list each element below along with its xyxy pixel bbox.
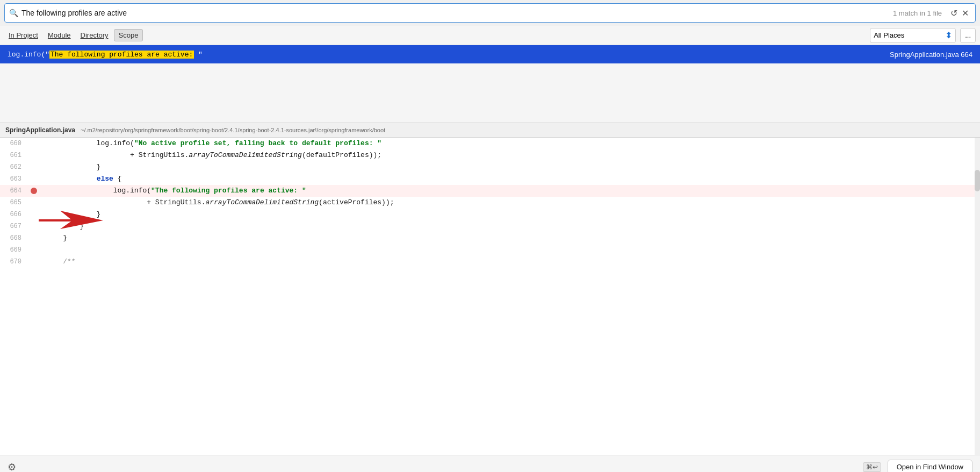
code-line-661: 661 + StringUtils.arrayToCommaDelimitedS… — [0, 149, 980, 161]
code-line-663: 663 else { — [0, 173, 980, 185]
scrollbar[interactable] — [975, 138, 980, 472]
result-prefix: log.info("The following profiles are act… — [8, 51, 203, 59]
code-content-662: } — [40, 161, 980, 173]
line-number-666: 666 — [0, 209, 28, 220]
code-line-669: 669 — [0, 244, 980, 256]
search-input[interactable]: The following profiles are active — [21, 9, 893, 17]
breakpoint-area-665 — [28, 197, 40, 209]
breakpoint-area-669 — [28, 244, 40, 256]
line-number-664: 664 — [0, 185, 28, 197]
code-content-663: else { — [40, 173, 980, 185]
code-content-667: } — [40, 220, 980, 232]
code-content-666: } — [40, 209, 980, 220]
result-preview: log.info("The following profiles are act… — [8, 51, 203, 59]
bottom-bar: ⚙ ⌘↩ Open in Find Window — [0, 455, 980, 472]
gear-icon[interactable]: ⚙ — [8, 461, 16, 473]
code-editor: 660 log.info("No active profile set, fal… — [0, 138, 980, 472]
code-line-665: 665 + StringUtils.arrayToCommaDelimitedS… — [0, 197, 980, 209]
line-number-663: 663 — [0, 173, 28, 185]
scope-dropdown[interactable]: All Places ⬍ — [870, 28, 956, 43]
code-line-660: 660 log.info("No active profile set, fal… — [0, 138, 980, 149]
code-line-666: 666 } — [0, 209, 980, 220]
match-highlight: The following profiles are active: — [49, 51, 194, 59]
bottom-bar-right: ⌘↩ Open in Find Window — [863, 460, 972, 472]
breakpoint-area-663 — [28, 173, 40, 185]
spacer-area — [0, 63, 980, 123]
line-number-662: 662 — [0, 161, 28, 173]
code-content-670: /** — [40, 256, 980, 268]
breakpoint-dot-664 — [31, 188, 37, 194]
line-number-665: 665 — [0, 197, 28, 209]
line-number-667: 667 — [0, 220, 28, 232]
shortcut-hint: ⌘↩ — [863, 462, 881, 472]
code-line-668: 668 } — [0, 232, 980, 244]
breakpoint-area-666 — [28, 209, 40, 220]
shortcut-key: ⌘↩ — [863, 462, 881, 472]
scope-dropdown-value: All Places — [874, 31, 942, 39]
file-path-label: ~/.m2/repository/org/springframework/boo… — [81, 127, 385, 133]
open-find-window-button[interactable]: Open in Find Window — [888, 460, 972, 472]
line-number-660: 660 — [0, 138, 28, 149]
scrollbar-thumb[interactable] — [975, 170, 980, 191]
prev-match-button[interactable]: ↺ — [948, 7, 960, 19]
main-content: SpringApplication.java ~/.m2/repository/… — [0, 63, 980, 472]
file-path-bar: SpringApplication.java ~/.m2/repository/… — [0, 123, 980, 138]
code-content-665: + StringUtils.arrayToCommaDelimitedStrin… — [40, 197, 980, 209]
breakpoint-area-661 — [28, 149, 40, 161]
code-line-664: 664 log.info("The following profiles are… — [0, 185, 980, 197]
directory-button[interactable]: Directory — [76, 30, 113, 41]
result-file-ref: SpringApplication.java 664 — [890, 51, 972, 59]
code-line-670: 670 /** — [0, 256, 980, 268]
more-options-button[interactable]: ... — [960, 28, 976, 43]
breakpoint-area-668 — [28, 232, 40, 244]
breakpoint-area-664 — [28, 185, 40, 197]
result-header-bar: log.info("The following profiles are act… — [0, 45, 980, 63]
scope-button[interactable]: Scope — [114, 29, 143, 41]
line-number-668: 668 — [0, 232, 28, 244]
line-number-669: 669 — [0, 244, 28, 256]
close-search-button[interactable]: ✕ — [960, 7, 971, 19]
line-number-670: 670 — [0, 256, 28, 268]
code-content-664: log.info("The following profiles are act… — [40, 185, 980, 197]
breakpoint-area-667 — [28, 220, 40, 232]
breakpoint-area-670 — [28, 256, 40, 268]
code-line-662: 662 } — [0, 161, 980, 173]
code-content-669 — [40, 244, 980, 256]
code-content-661: + StringUtils.arrayToCommaDelimitedStrin… — [40, 149, 980, 161]
code-content-668: } — [40, 232, 980, 244]
module-button[interactable]: Module — [44, 30, 75, 41]
search-bar: 🔍 The following profiles are active 1 ma… — [4, 3, 976, 23]
search-icon: 🔍 — [9, 9, 18, 17]
code-line-667: 667 } — [0, 220, 980, 232]
in-project-button[interactable]: In Project — [4, 30, 42, 41]
breakpoint-area-662 — [28, 161, 40, 173]
code-content-660: log.info("No active profile set, falling… — [40, 138, 980, 149]
match-info: 1 match in 1 file — [893, 9, 942, 17]
line-number-661: 661 — [0, 149, 28, 161]
chevron-up-down-icon: ⬍ — [945, 30, 952, 40]
breakpoint-area-660 — [28, 138, 40, 149]
filename-label: SpringApplication.java — [5, 126, 75, 134]
scope-bar: In Project Module Directory Scope All Pl… — [0, 26, 980, 45]
